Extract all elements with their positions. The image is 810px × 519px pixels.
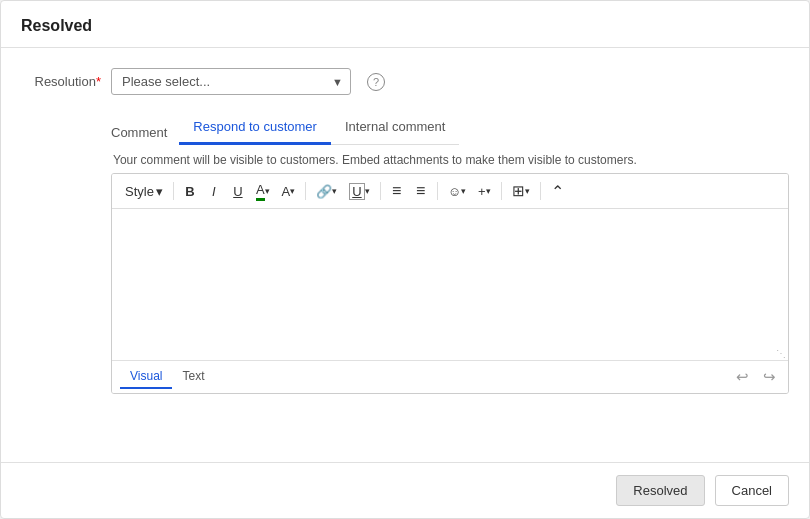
toolbar-font-size-btn[interactable]: A▾ — [277, 179, 301, 203]
toolbar-table-btn[interactable]: ⊞▾ — [507, 179, 535, 203]
comment-label: Comment — [111, 125, 167, 140]
comment-info-text: Your comment will be visible to customer… — [111, 153, 789, 167]
resolution-field-row: Resolution* Please select... ▼ ? — [21, 68, 789, 95]
editor-textarea[interactable] — [112, 209, 788, 349]
toolbar-link-btn[interactable]: 🔗▾ — [311, 179, 342, 203]
editor-container: Style ▾ B I U A ▾ A▾ � — [111, 173, 789, 394]
editor-tab-visual[interactable]: Visual — [120, 365, 172, 389]
toolbar-style-dropdown[interactable]: Style ▾ — [120, 181, 168, 202]
comment-tabs: Respond to customer Internal comment — [179, 111, 459, 145]
dialog-body: Resolution* Please select... ▼ ? Comment… — [1, 48, 809, 462]
resolved-button[interactable]: Resolved — [616, 475, 704, 506]
resize-handle: ⋱ — [112, 349, 788, 360]
dialog-header: Resolved — [1, 1, 809, 48]
toolbar-sep-1 — [173, 182, 174, 200]
toolbar-font-color-btn[interactable]: A ▾ — [251, 179, 275, 203]
toolbar-sep-6 — [540, 182, 541, 200]
redo-btn[interactable]: ↪ — [759, 366, 780, 388]
editor-toolbar: Style ▾ B I U A ▾ A▾ � — [112, 174, 788, 209]
dialog-title: Resolved — [21, 17, 92, 34]
toolbar-italic-btn[interactable]: I — [203, 179, 225, 203]
toolbar-insert-btn[interactable]: +▾ — [473, 179, 496, 203]
comment-tab-row: Comment Respond to customer Internal com… — [111, 111, 789, 153]
resolution-select-wrapper: Please select... ▼ — [111, 68, 351, 95]
toolbar-sep-4 — [437, 182, 438, 200]
editor-tab-text[interactable]: Text — [172, 365, 214, 389]
comment-section: Comment Respond to customer Internal com… — [111, 111, 789, 394]
toolbar-sep-5 — [501, 182, 502, 200]
toolbar-sep-2 — [305, 182, 306, 200]
resolution-label: Resolution* — [21, 74, 101, 89]
tab-respond-to-customer[interactable]: Respond to customer — [179, 111, 331, 145]
cancel-button[interactable]: Cancel — [715, 475, 789, 506]
editor-view-tabs: Visual Text — [120, 365, 214, 389]
dialog-footer: Resolved Cancel — [1, 462, 809, 518]
editor-footer-actions: ↩ ↪ — [732, 366, 780, 388]
help-icon[interactable]: ? — [367, 73, 385, 91]
resolution-select[interactable]: Please select... — [111, 68, 351, 95]
tab-internal-comment[interactable]: Internal comment — [331, 111, 459, 145]
toolbar-unordered-list-btn[interactable]: ≡ — [386, 179, 408, 203]
toolbar-emoji-btn[interactable]: ☺▾ — [443, 179, 471, 203]
toolbar-bold-btn[interactable]: B — [179, 179, 201, 203]
toolbar-underline-btn[interactable]: U — [227, 179, 249, 203]
toolbar-ordered-list-btn[interactable]: ≡ — [410, 179, 432, 203]
dialog: Resolved Resolution* Please select... ▼ … — [0, 0, 810, 519]
editor-footer: Visual Text ↩ ↪ — [112, 360, 788, 393]
toolbar-underline2-btn[interactable]: U ▾ — [344, 179, 374, 203]
toolbar-sep-3 — [380, 182, 381, 200]
toolbar-collapse-btn[interactable]: ⌃ — [546, 179, 569, 203]
undo-btn[interactable]: ↩ — [732, 366, 753, 388]
